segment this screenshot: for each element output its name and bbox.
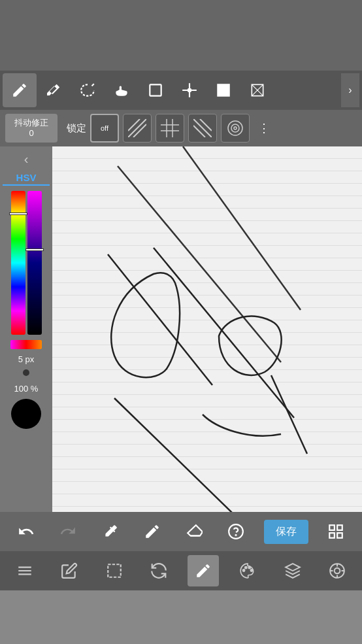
- svg-point-25: [236, 535, 237, 535]
- main-area: ‹ HSV 5 px 100 %: [0, 146, 362, 512]
- lock-diagonal2-button[interactable]: [188, 114, 217, 143]
- lock-off-label: off: [101, 124, 108, 132]
- grid-button[interactable]: [321, 517, 350, 546]
- stabilizer-value: 0: [14, 128, 48, 139]
- svg-rect-27: [337, 525, 342, 530]
- palette-icon[interactable]: [232, 555, 263, 586]
- svg-point-33: [248, 567, 250, 569]
- stabilizer-label: 抖动修正: [14, 118, 48, 128]
- svg-line-22: [271, 375, 307, 454]
- drawing-canvas[interactable]: [52, 146, 362, 512]
- hue-bar[interactable]: [11, 191, 25, 335]
- saturation-indicator: [25, 248, 44, 251]
- svg-rect-2: [217, 84, 230, 97]
- svg-line-17: [183, 146, 301, 310]
- selection-nav-icon[interactable]: [99, 555, 130, 586]
- main-toolbar: ›: [0, 71, 362, 110]
- collapse-panel-button[interactable]: ‹: [24, 152, 29, 167]
- canvas-area[interactable]: [52, 146, 362, 512]
- eraser-icon[interactable]: [37, 73, 71, 107]
- expand-toolbar-button[interactable]: ›: [341, 73, 359, 107]
- more-icon: ⋮: [258, 121, 270, 135]
- svg-rect-26: [329, 525, 335, 530]
- svg-line-19: [108, 254, 212, 385]
- undo-button[interactable]: [12, 517, 41, 546]
- save-button[interactable]: 保存: [264, 520, 308, 544]
- lock-more-button[interactable]: ⋮: [254, 114, 274, 143]
- svg-line-13: [193, 126, 205, 137]
- hand-icon[interactable]: [105, 73, 139, 107]
- pencil-icon[interactable]: [3, 73, 37, 107]
- svg-point-31: [243, 569, 245, 571]
- svg-line-18: [118, 166, 281, 362]
- fill-icon[interactable]: [206, 73, 240, 107]
- layers-icon[interactable]: [277, 555, 308, 586]
- svg-point-1: [188, 88, 192, 93]
- menu-icon[interactable]: [9, 555, 41, 586]
- zoom-label: 100 %: [14, 384, 39, 394]
- settings-circle-icon[interactable]: [321, 555, 353, 586]
- rotate-icon[interactable]: [143, 555, 174, 586]
- selection-icon[interactable]: [139, 73, 173, 107]
- color-strip[interactable]: [10, 340, 42, 349]
- color-bars: [11, 191, 42, 335]
- svg-point-36: [335, 568, 340, 574]
- svg-line-21: [114, 398, 232, 512]
- eyedropper-button[interactable]: [96, 517, 125, 546]
- lock-radial-button[interactable]: [221, 114, 250, 143]
- svg-line-12: [200, 119, 212, 131]
- lasso-icon[interactable]: [71, 73, 105, 107]
- pen-nav-icon[interactable]: [188, 555, 219, 586]
- svg-rect-0: [150, 84, 161, 95]
- svg-rect-30: [108, 564, 121, 577]
- svg-line-20: [154, 248, 294, 418]
- brush-size-label: 5 px: [18, 354, 35, 364]
- svg-line-6: [128, 119, 140, 131]
- help-button[interactable]: [222, 517, 250, 546]
- eraser-action-icon[interactable]: [180, 517, 208, 546]
- lock-off-button[interactable]: off: [90, 114, 119, 143]
- pen-action-icon[interactable]: [138, 517, 167, 546]
- bucket-icon[interactable]: [240, 73, 274, 107]
- hue-indicator: [9, 212, 27, 215]
- lock-label: 锁定: [67, 122, 86, 135]
- status-bar: [0, 0, 362, 71]
- saturation-bar[interactable]: [27, 191, 42, 335]
- svg-point-14: [228, 121, 242, 135]
- lock-diagonal-button[interactable]: [123, 114, 152, 143]
- svg-point-32: [245, 567, 247, 569]
- svg-rect-28: [329, 533, 335, 538]
- bottom-nav: [0, 551, 362, 590]
- color-mode-label[interactable]: HSV: [3, 172, 50, 186]
- stabilizer-button[interactable]: 抖动修正 0: [5, 114, 58, 142]
- color-swatch[interactable]: [11, 399, 41, 429]
- transform-icon[interactable]: [173, 73, 206, 107]
- redo-button[interactable]: [54, 517, 82, 546]
- svg-point-15: [231, 124, 239, 132]
- chevron-right-icon: ›: [348, 84, 352, 96]
- svg-point-34: [251, 569, 253, 571]
- left-panel: ‹ HSV 5 px 100 %: [0, 146, 52, 512]
- svg-rect-29: [337, 533, 342, 538]
- edit-icon[interactable]: [54, 555, 85, 586]
- action-bar: 保存: [0, 512, 362, 551]
- lock-grid-button[interactable]: [156, 114, 184, 143]
- svg-point-16: [234, 127, 237, 129]
- sub-toolbar: 抖动修正 0 锁定 off: [0, 110, 362, 146]
- brush-size-dot: [23, 369, 29, 376]
